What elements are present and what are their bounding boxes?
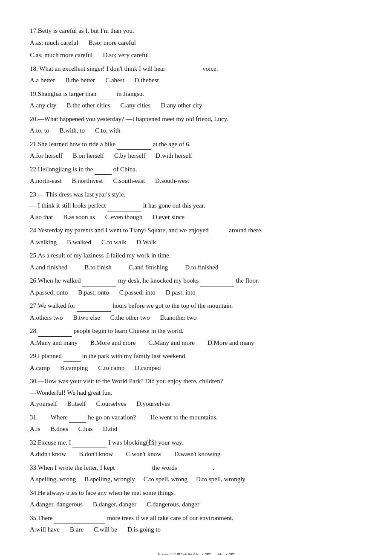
question-17: 17.Betty is careful as I, but I'm than y… bbox=[30, 26, 362, 61]
q23-blank bbox=[107, 205, 141, 211]
q34-text: 34.He always tries to face any when he m… bbox=[30, 488, 362, 499]
question-33: 33.When I wrote the letter, I kept the w… bbox=[30, 462, 362, 485]
q27-text: 27.We walked for hours before we got to … bbox=[30, 301, 362, 312]
question-25: 25.As a result of my laziness ,I failed … bbox=[30, 250, 362, 273]
q28-text: 28. people begin to learn Chinese in the… bbox=[30, 326, 362, 337]
q29-blank bbox=[63, 356, 81, 362]
q34-optA: A.danger, dangerous bbox=[30, 499, 83, 510]
q27-optB: B.two else bbox=[73, 312, 100, 324]
q19-optD: D.any other city bbox=[161, 100, 202, 111]
question-31: 31.——Where he go on vacation? ——He went … bbox=[30, 412, 362, 435]
q33-optD: D.to spell, wrongly bbox=[196, 474, 245, 485]
q30-optD: D.yourselves bbox=[136, 399, 170, 410]
q31-optC: C.has bbox=[78, 424, 93, 435]
q26-optD: D.past; into bbox=[166, 287, 196, 298]
question-22: 22.Heilongjiang is in the of China. A.no… bbox=[30, 164, 362, 187]
q29-text: 29.I planned in the park with my family … bbox=[30, 351, 362, 362]
question-18: 18. What an excellent singer! I don't th… bbox=[30, 64, 362, 86]
q29-optA: A.camp bbox=[30, 363, 50, 374]
q34-optC: C.dangerous, danger bbox=[147, 499, 199, 510]
q19-text: 19.Shanghai is larger than in Jiangsu. bbox=[30, 89, 362, 100]
q30-text2: —Wonderful! We had great fun. bbox=[30, 387, 362, 399]
q21-optC: C.by herself bbox=[114, 150, 145, 162]
q17-optB: B.so; more careful bbox=[89, 38, 136, 49]
q24-optB: B.walked bbox=[67, 237, 91, 248]
q25-optD: D.to finished bbox=[185, 262, 218, 273]
q21-text: 21.She learned how to ride a bike at the… bbox=[30, 139, 362, 150]
q18-optC: C.abest bbox=[105, 75, 124, 86]
q19-blank bbox=[98, 93, 115, 99]
question-27: 27.We walked for hours before we got to … bbox=[30, 301, 362, 323]
q30-optC: C.ourselves bbox=[96, 399, 126, 410]
q28-optC: C.Many and more bbox=[148, 338, 195, 349]
q26-blank2 bbox=[200, 280, 234, 286]
q21-optD: D.with herself bbox=[156, 150, 192, 162]
question-24: 24.Yesterday my parents and I went to Ti… bbox=[30, 225, 362, 248]
q27-blank bbox=[77, 305, 111, 312]
q23-optC: C.even though bbox=[105, 212, 143, 223]
question-28: 28. people begin to learn Chinese in the… bbox=[30, 326, 362, 348]
q24-optC: C.to walk bbox=[101, 237, 126, 248]
q32-text: 32.Excuse me. I I was blocking(挡) your w… bbox=[30, 437, 362, 448]
q27-optC: C.the other two bbox=[110, 312, 150, 324]
q33-optA: A.spelling, wrong bbox=[30, 474, 76, 485]
q19-optA: A.any city bbox=[30, 100, 56, 111]
q31-optD: D.did bbox=[103, 424, 118, 435]
question-26: 26.When he walked my desk, he knocked my… bbox=[30, 275, 362, 298]
exam-content: 17.Betty is careful as I, but I'm than y… bbox=[30, 26, 362, 535]
q23-optB: B.as soon as bbox=[63, 212, 95, 223]
q23-text1: 23.--- This dress was last year's style. bbox=[30, 189, 362, 200]
q22-optA: A.north-east bbox=[30, 176, 62, 187]
q32-blank bbox=[72, 442, 107, 448]
q30-optB: B.itself bbox=[67, 399, 86, 410]
q30-optA: A.yourself bbox=[30, 399, 57, 410]
q17-text: 17.Betty is careful as I, but I'm than y… bbox=[30, 26, 362, 37]
footer-text: 初中英语试卷第 2 页，共 2 页 bbox=[157, 553, 235, 555]
q18-optA: A.a better bbox=[30, 75, 55, 86]
q33-optB: B.spelling, wrongly bbox=[84, 474, 135, 485]
q21-blank bbox=[117, 143, 151, 150]
q34-optB: B.danger, danger bbox=[93, 499, 136, 510]
question-35: 35.There more trees if we all take care … bbox=[30, 513, 362, 535]
q26-optA: A.passed; onto bbox=[30, 287, 68, 298]
q20-text: 20.—What happened you yesterday? —I happ… bbox=[30, 114, 362, 125]
q18-text: 18. What an excellent singer! I don't th… bbox=[30, 64, 362, 75]
q31-blank bbox=[69, 416, 86, 423]
q17-optA: A.as; much careful bbox=[30, 38, 78, 49]
q24-optD: D.Walk bbox=[136, 237, 156, 248]
q35-optC: C.will be bbox=[94, 524, 117, 535]
q35-optD: D.is going to bbox=[127, 524, 161, 535]
q24-blank bbox=[210, 230, 227, 236]
q28-optA: A.Many and many bbox=[30, 338, 78, 349]
q23-text2: --- I think it still looks perfect it ha… bbox=[30, 200, 362, 211]
q35-optA: A.will have bbox=[30, 524, 60, 535]
q25-text: 25.As a result of my laziness ,I failed … bbox=[30, 250, 362, 261]
question-29: 29.I planned in the park with my family … bbox=[30, 351, 362, 373]
q28-optB: B.More and more bbox=[90, 338, 135, 349]
q24-optA: A.walking bbox=[30, 237, 57, 248]
q18-optD: D.thebest bbox=[135, 75, 159, 86]
q32-optB: B.don't know bbox=[79, 449, 113, 460]
q29-optC: C.to camp bbox=[98, 363, 124, 374]
q22-optB: B.northwest bbox=[72, 176, 103, 187]
q21-optA: A.for herself bbox=[30, 150, 63, 162]
q26-blank1 bbox=[82, 280, 116, 286]
question-21: 21.She learned how to ride a bike at the… bbox=[30, 139, 362, 162]
q28-blank bbox=[38, 330, 72, 337]
q33-optC: C.to spell, wrong bbox=[144, 474, 187, 485]
q18-optB: B.the better bbox=[65, 75, 95, 86]
q26-optC: C.passed; into bbox=[119, 287, 156, 298]
q25-optA: A.and finished bbox=[30, 262, 67, 273]
q35-text: 35.There more trees if we all take care … bbox=[30, 513, 362, 524]
q35-optB: B.are bbox=[70, 524, 84, 535]
question-30: 30.—How was your visit to the World Park… bbox=[30, 376, 362, 410]
q33-blank1 bbox=[116, 467, 150, 473]
question-34: 34.He always tries to face any when he m… bbox=[30, 488, 362, 510]
q25-optB: B.to finish bbox=[84, 262, 111, 273]
q27-optD: D.another two bbox=[160, 312, 197, 324]
q28-optD: D.More and many bbox=[208, 338, 254, 349]
q22-text: 22.Heilongjiang is in the of China. bbox=[30, 164, 362, 175]
page-footer: 初中英语试卷第 2 页，共 2 页 bbox=[30, 552, 362, 555]
q20-optB: B.with, to bbox=[59, 125, 85, 136]
q32-optA: A.didn't know bbox=[30, 449, 66, 460]
